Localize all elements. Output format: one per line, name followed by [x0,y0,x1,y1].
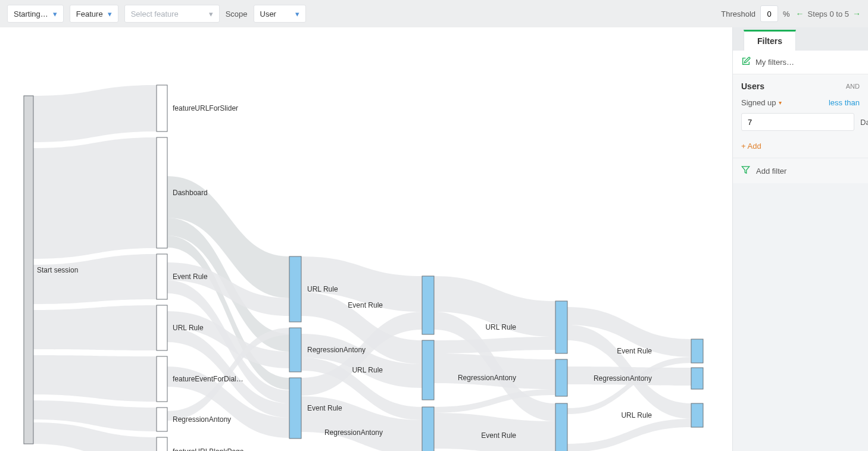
sankey-node-label: RegressionAntony [458,374,516,382]
sankey-node[interactable] [691,339,703,363]
sankey-link[interactable] [33,85,157,142]
sankey-node[interactable] [24,96,33,444]
sankey-link[interactable] [33,305,157,350]
sankey-node-label: Event Rule [617,347,652,355]
sankey-node-label: Event Rule [481,431,516,440]
days-input[interactable] [741,113,854,131]
threshold-pct: % [783,10,790,18]
my-filters-label: My filters… [755,58,794,67]
sankey-node-label: RegressionAntony [173,415,231,424]
add-filter-label: Add filter [756,167,786,176]
sankey-node[interactable] [422,407,434,451]
sankey-node-label: URL Rule [621,411,652,419]
sankey-link[interactable] [434,337,555,353]
chevron-down-icon: ▾ [779,99,782,106]
sankey-node-label: URL Rule [352,366,383,374]
steps-range-label: Steps 0 to 5 [808,10,849,18]
my-filters-button[interactable]: My filters… [741,57,860,68]
sankey-node-label: Dashboard [173,189,208,197]
sankey-node-label: featureURLBlankPage [173,447,244,451]
starting-dropdown[interactable]: Starting… ▾ [7,5,64,23]
select-feature-dropdown[interactable]: Select feature ▾ [124,5,220,23]
sankey-node[interactable] [157,137,167,248]
sankey-node-label: featureURLForSlider [173,104,238,112]
sankey-node[interactable] [157,408,167,431]
add-condition-button[interactable]: + Add [733,138,868,158]
feature-type-label: Feature [76,10,103,18]
sankey-node-label: featureEventForDial… [173,375,243,383]
filters-panel: Filters My filters… Users AND Signed up … [732,27,868,451]
sankey-node-label: Event Rule [348,301,383,309]
arrow-left-icon[interactable]: ← [796,9,804,18]
comparator-select[interactable]: less than [829,98,860,107]
sankey-link[interactable] [434,353,555,389]
sankey-node[interactable] [422,276,434,334]
tab-filters[interactable]: Filters [744,30,796,51]
sankey-node[interactable] [691,403,703,427]
threshold-input[interactable] [760,5,778,22]
signedup-field-select[interactable]: Signed up ▾ [741,98,782,107]
sankey-link[interactable] [33,137,157,259]
chevron-down-icon: ▾ [53,10,57,18]
chevron-down-icon: ▾ [108,10,112,18]
scope-dropdown[interactable]: User ▾ [254,5,306,23]
sankey-link[interactable] [567,419,691,451]
add-filter-button[interactable]: Add filter [733,158,868,183]
days-unit-label: Days [860,118,868,127]
chevron-down-icon: ▾ [295,10,299,18]
sankey-node-label: Start session [37,266,78,274]
starting-label: Starting… [14,10,48,18]
sankey-node-label: URL Rule [307,285,338,293]
feature-type-dropdown[interactable]: Feature ▾ [70,5,118,23]
sankey-node-label: Event Rule [307,404,342,412]
sankey-chart: Start sessionfeatureURLForSliderDashboar… [0,27,732,451]
arrow-right-icon[interactable]: → [853,9,861,18]
sankey-node[interactable] [555,403,567,451]
threshold-control: Threshold % [721,5,789,22]
top-toolbar: Starting… ▾ Feature ▾ Select feature ▾ S… [0,0,868,27]
filter-icon [741,165,750,176]
threshold-label: Threshold [721,10,755,18]
sankey-node[interactable] [157,437,167,451]
sankey-node-label: RegressionAntony [307,346,366,354]
scope-label: Scope [226,10,248,18]
sankey-link[interactable] [33,254,157,304]
scope-value: User [260,10,276,18]
svg-marker-0 [742,167,750,173]
sankey-node-label: URL Rule [173,324,204,332]
sankey-node[interactable] [555,359,567,396]
chevron-down-icon: ▾ [209,10,213,18]
sankey-node[interactable] [289,328,301,372]
sankey-node[interactable] [157,305,167,350]
sankey-node[interactable] [157,356,167,402]
sankey-node-label: RegressionAntony [324,428,383,437]
select-feature-placeholder: Select feature [131,10,179,18]
sankey-node[interactable] [422,340,434,400]
sankey-node-label: Event Rule [173,273,208,281]
sankey-node[interactable] [555,301,567,353]
sankey-node[interactable] [157,85,167,131]
users-section-title: Users [741,82,764,91]
edit-icon [741,57,751,68]
sankey-node[interactable] [157,254,167,299]
users-combinator: AND [846,83,860,90]
sankey-node[interactable] [691,368,703,389]
sankey-node[interactable] [289,256,301,322]
sankey-node-label: URL Rule [485,323,516,331]
sankey-node[interactable] [289,378,301,439]
sankey-node-label: RegressionAntony [594,374,652,383]
panel-tabs: Filters [733,27,868,51]
sankey-link[interactable] [33,355,157,402]
step-navigation: ← Steps 0 to 5 → [796,9,861,18]
